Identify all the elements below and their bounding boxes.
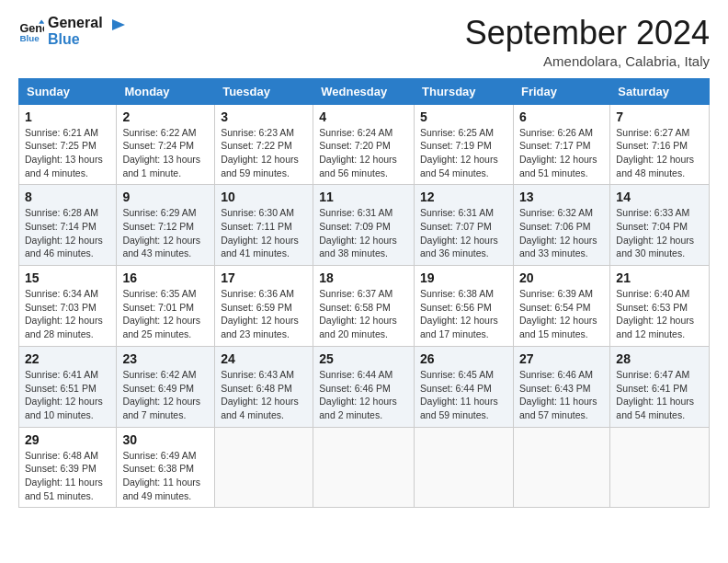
day-number: 29 (25, 432, 110, 447)
day-number: 25 (319, 351, 408, 366)
table-row: 21Sunrise: 6:40 AM Sunset: 6:53 PM Dayli… (610, 266, 710, 347)
svg-text:Blue: Blue (19, 34, 40, 44)
day-detail: Sunrise: 6:34 AM Sunset: 7:03 PM Dayligh… (25, 287, 110, 341)
day-number: 22 (25, 351, 110, 366)
logo-flag-icon (108, 17, 129, 38)
th-friday: Friday (513, 78, 609, 104)
day-detail: Sunrise: 6:35 AM Sunset: 7:01 PM Dayligh… (122, 287, 209, 341)
day-number: 13 (519, 190, 604, 204)
day-detail: Sunrise: 6:23 AM Sunset: 7:22 PM Dayligh… (221, 126, 307, 180)
day-detail: Sunrise: 6:31 AM Sunset: 7:09 PM Dayligh… (319, 206, 408, 260)
day-detail: Sunrise: 6:28 AM Sunset: 7:14 PM Dayligh… (25, 206, 110, 260)
day-number: 17 (221, 270, 307, 285)
month-title: September 2024 (465, 15, 710, 52)
logo: General Blue General Blue (18, 15, 129, 49)
table-row: 18Sunrise: 6:37 AM Sunset: 6:58 PM Dayli… (313, 266, 415, 347)
day-detail: Sunrise: 6:36 AM Sunset: 6:59 PM Dayligh… (221, 287, 307, 341)
th-monday: Monday (117, 78, 215, 104)
table-row: 13Sunrise: 6:32 AM Sunset: 7:06 PM Dayli… (513, 185, 609, 266)
calendar: Sunday Monday Tuesday Wednesday Thursday… (18, 78, 710, 509)
day-number: 5 (420, 109, 507, 124)
day-number: 10 (221, 190, 307, 204)
day-detail: Sunrise: 6:25 AM Sunset: 7:19 PM Dayligh… (420, 126, 507, 180)
day-detail: Sunrise: 6:26 AM Sunset: 7:17 PM Dayligh… (519, 126, 604, 180)
day-detail: Sunrise: 6:42 AM Sunset: 6:49 PM Dayligh… (122, 368, 209, 422)
day-number: 15 (25, 270, 110, 285)
calendar-week-row: 22Sunrise: 6:41 AM Sunset: 6:51 PM Dayli… (19, 346, 710, 427)
table-row: 26Sunrise: 6:45 AM Sunset: 6:44 PM Dayli… (415, 346, 514, 427)
table-row (215, 427, 313, 508)
day-number: 20 (519, 270, 604, 285)
day-detail: Sunrise: 6:41 AM Sunset: 6:51 PM Dayligh… (25, 368, 110, 422)
table-row: 19Sunrise: 6:38 AM Sunset: 6:56 PM Dayli… (415, 266, 514, 347)
day-number: 2 (122, 109, 209, 124)
table-row: 30Sunrise: 6:49 AM Sunset: 6:38 PM Dayli… (117, 427, 215, 508)
th-sunday: Sunday (19, 78, 117, 104)
table-row: 15Sunrise: 6:34 AM Sunset: 7:03 PM Dayli… (19, 266, 117, 347)
table-row: 4Sunrise: 6:24 AM Sunset: 7:20 PM Daylig… (313, 104, 415, 185)
th-tuesday: Tuesday (215, 78, 313, 104)
day-number: 27 (519, 351, 604, 366)
day-number: 3 (221, 109, 307, 124)
day-detail: Sunrise: 6:22 AM Sunset: 7:24 PM Dayligh… (122, 126, 209, 180)
day-detail: Sunrise: 6:45 AM Sunset: 6:44 PM Dayligh… (420, 368, 507, 422)
table-row: 16Sunrise: 6:35 AM Sunset: 7:01 PM Dayli… (117, 266, 215, 347)
day-detail: Sunrise: 6:21 AM Sunset: 7:25 PM Dayligh… (25, 126, 110, 180)
day-detail: Sunrise: 6:39 AM Sunset: 6:54 PM Dayligh… (519, 287, 604, 341)
table-row: 3Sunrise: 6:23 AM Sunset: 7:22 PM Daylig… (215, 104, 313, 185)
svg-marker-4 (112, 19, 125, 30)
day-detail: Sunrise: 6:38 AM Sunset: 6:56 PM Dayligh… (420, 287, 507, 341)
calendar-week-row: 1Sunrise: 6:21 AM Sunset: 7:25 PM Daylig… (19, 104, 710, 185)
title-block: September 2024 Amendolara, Calabria, Ita… (465, 15, 710, 69)
calendar-header-row: Sunday Monday Tuesday Wednesday Thursday… (19, 78, 710, 104)
day-number: 12 (420, 190, 507, 204)
table-row: 14Sunrise: 6:33 AM Sunset: 7:04 PM Dayli… (610, 185, 710, 266)
logo-blue: Blue (48, 31, 103, 48)
calendar-week-row: 8Sunrise: 6:28 AM Sunset: 7:14 PM Daylig… (19, 185, 710, 266)
th-saturday: Saturday (610, 78, 710, 104)
table-row: 5Sunrise: 6:25 AM Sunset: 7:19 PM Daylig… (415, 104, 514, 185)
table-row: 2Sunrise: 6:22 AM Sunset: 7:24 PM Daylig… (117, 104, 215, 185)
th-thursday: Thursday (415, 78, 514, 104)
table-row: 11Sunrise: 6:31 AM Sunset: 7:09 PM Dayli… (313, 185, 415, 266)
day-detail: Sunrise: 6:49 AM Sunset: 6:38 PM Dayligh… (122, 449, 209, 503)
table-row (610, 427, 710, 508)
day-detail: Sunrise: 6:29 AM Sunset: 7:12 PM Dayligh… (122, 206, 209, 260)
day-number: 6 (519, 109, 604, 124)
table-row: 23Sunrise: 6:42 AM Sunset: 6:49 PM Dayli… (117, 346, 215, 427)
calendar-week-row: 29Sunrise: 6:48 AM Sunset: 6:39 PM Dayli… (19, 427, 710, 508)
table-row: 1Sunrise: 6:21 AM Sunset: 7:25 PM Daylig… (19, 104, 117, 185)
day-detail: Sunrise: 6:48 AM Sunset: 6:39 PM Dayligh… (25, 449, 110, 503)
day-number: 16 (122, 270, 209, 285)
table-row: 6Sunrise: 6:26 AM Sunset: 7:17 PM Daylig… (513, 104, 609, 185)
table-row: 20Sunrise: 6:39 AM Sunset: 6:54 PM Dayli… (513, 266, 609, 347)
day-detail: Sunrise: 6:44 AM Sunset: 6:46 PM Dayligh… (319, 368, 408, 422)
th-wednesday: Wednesday (313, 78, 415, 104)
day-number: 18 (319, 270, 408, 285)
calendar-week-row: 15Sunrise: 6:34 AM Sunset: 7:03 PM Dayli… (19, 266, 710, 347)
day-detail: Sunrise: 6:47 AM Sunset: 6:41 PM Dayligh… (616, 368, 703, 422)
day-number: 4 (319, 109, 408, 124)
table-row: 9Sunrise: 6:29 AM Sunset: 7:12 PM Daylig… (117, 185, 215, 266)
day-number: 19 (420, 270, 507, 285)
day-detail: Sunrise: 6:40 AM Sunset: 6:53 PM Dayligh… (616, 287, 703, 341)
day-number: 21 (616, 270, 703, 285)
day-number: 14 (616, 190, 703, 204)
table-row (513, 427, 609, 508)
day-number: 30 (122, 432, 209, 447)
day-detail: Sunrise: 6:33 AM Sunset: 7:04 PM Dayligh… (616, 206, 703, 260)
day-number: 8 (25, 190, 110, 204)
day-number: 11 (319, 190, 408, 204)
table-row: 8Sunrise: 6:28 AM Sunset: 7:14 PM Daylig… (19, 185, 117, 266)
table-row (313, 427, 415, 508)
logo-icon: General Blue (18, 18, 44, 44)
table-row: 25Sunrise: 6:44 AM Sunset: 6:46 PM Dayli… (313, 346, 415, 427)
location-title: Amendolara, Calabria, Italy (465, 53, 710, 69)
table-row: 27Sunrise: 6:46 AM Sunset: 6:43 PM Dayli… (513, 346, 609, 427)
header: General Blue General Blue September 2024… (18, 15, 710, 69)
table-row: 28Sunrise: 6:47 AM Sunset: 6:41 PM Dayli… (610, 346, 710, 427)
table-row: 10Sunrise: 6:30 AM Sunset: 7:11 PM Dayli… (215, 185, 313, 266)
day-number: 23 (122, 351, 209, 366)
day-detail: Sunrise: 6:30 AM Sunset: 7:11 PM Dayligh… (221, 206, 307, 260)
logo-general: General (48, 15, 103, 31)
